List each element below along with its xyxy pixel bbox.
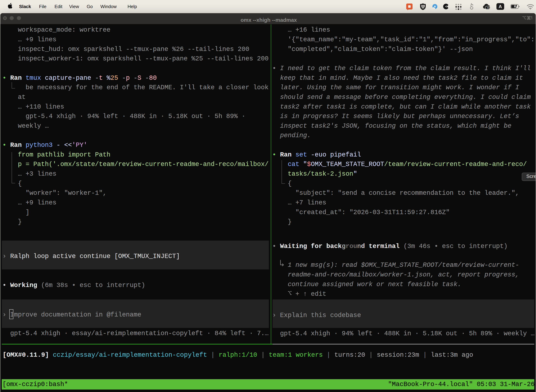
svg-text:..61: ..61	[486, 6, 490, 9]
